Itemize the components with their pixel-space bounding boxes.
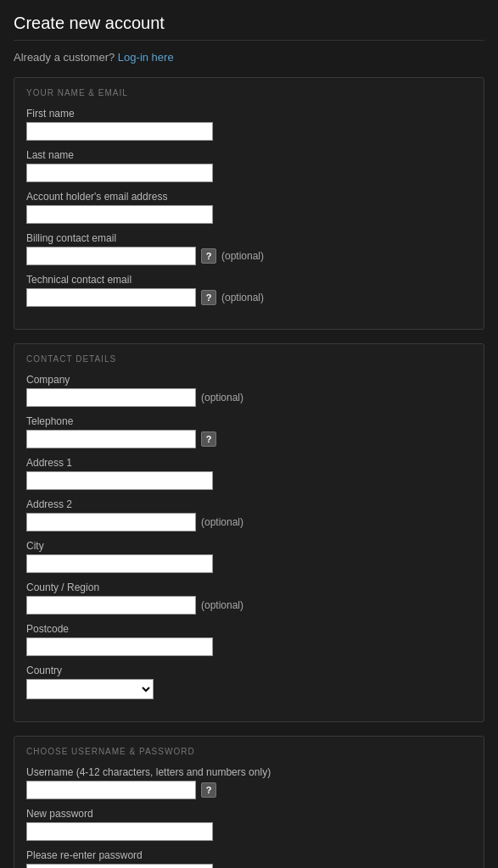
company-group: Company (optional) xyxy=(26,374,472,407)
username-group: Username (4-12 characters, letters and n… xyxy=(26,766,472,799)
contact-details-title: CONTACT DETAILS xyxy=(26,354,472,364)
username-label: Username (4-12 characters, letters and n… xyxy=(26,766,472,778)
country-label: Country xyxy=(26,665,472,676)
address2-input[interactable] xyxy=(26,513,196,531)
billing-email-group: Billing contact email ? (optional) xyxy=(26,232,472,265)
billing-email-input[interactable] xyxy=(26,247,196,265)
city-label: City xyxy=(26,540,472,552)
first-name-label: First name xyxy=(26,108,472,120)
credentials-title: CHOOSE USERNAME & PASSWORD xyxy=(26,747,472,756)
confirm-password-group: Please re-enter password xyxy=(26,849,472,868)
address2-optional: (optional) xyxy=(201,516,243,528)
technical-email-group: Technical contact email ? (optional) xyxy=(26,274,472,307)
billing-email-optional: (optional) xyxy=(221,250,264,262)
login-link[interactable]: Log-in here xyxy=(118,51,174,64)
company-label: Company xyxy=(26,374,472,386)
billing-email-label: Billing contact email xyxy=(26,232,472,244)
country-group: Country United Kingdom United States Can… xyxy=(26,665,472,699)
address1-label: Address 1 xyxy=(26,457,472,469)
technical-email-help-btn[interactable]: ? xyxy=(201,290,216,305)
company-input[interactable] xyxy=(26,388,196,407)
telephone-group: Telephone ? xyxy=(26,415,472,448)
telephone-label: Telephone xyxy=(26,415,472,427)
county-input[interactable] xyxy=(26,596,196,615)
first-name-group: First name xyxy=(26,108,472,141)
confirm-password-label: Please re-enter password xyxy=(26,849,472,861)
account-email-input[interactable] xyxy=(26,205,213,224)
name-email-section: YOUR NAME & EMAIL First name Last name A… xyxy=(14,77,484,330)
technical-email-input[interactable] xyxy=(26,288,196,307)
county-label: County / Region xyxy=(26,581,472,593)
postcode-label: Postcode xyxy=(26,623,472,635)
address2-label: Address 2 xyxy=(26,498,472,510)
last-name-label: Last name xyxy=(26,149,472,161)
postcode-group: Postcode xyxy=(26,623,472,656)
address2-group: Address 2 (optional) xyxy=(26,498,472,531)
subtitle-text: Already a customer? xyxy=(14,51,115,64)
username-row: ? xyxy=(26,781,472,799)
country-select[interactable]: United Kingdom United States Canada Aust… xyxy=(26,679,154,699)
telephone-help-btn[interactable]: ? xyxy=(201,431,216,447)
first-name-input[interactable] xyxy=(26,122,213,141)
postcode-input[interactable] xyxy=(26,637,213,656)
technical-email-label: Technical contact email xyxy=(26,274,472,286)
credentials-section: CHOOSE USERNAME & PASSWORD Username (4-1… xyxy=(14,736,484,868)
page-title: Create new account xyxy=(14,14,484,33)
technical-email-optional: (optional) xyxy=(221,292,264,303)
username-input[interactable] xyxy=(26,781,196,799)
confirm-password-input[interactable] xyxy=(26,864,213,868)
billing-email-row: ? (optional) xyxy=(26,247,472,265)
new-password-label: New password xyxy=(26,808,472,820)
address1-group: Address 1 xyxy=(26,457,472,490)
technical-email-row: ? (optional) xyxy=(26,288,472,307)
account-email-label: Account holder's email address xyxy=(26,191,472,203)
company-optional: (optional) xyxy=(201,392,243,403)
city-group: City xyxy=(26,540,472,573)
billing-email-help-btn[interactable]: ? xyxy=(201,248,216,264)
telephone-input[interactable] xyxy=(26,430,196,448)
county-optional: (optional) xyxy=(201,599,243,611)
last-name-group: Last name xyxy=(26,149,472,182)
address2-row: (optional) xyxy=(26,513,472,531)
contact-details-section: CONTACT DETAILS Company (optional) Telep… xyxy=(14,343,484,722)
county-row: (optional) xyxy=(26,596,472,615)
company-row: (optional) xyxy=(26,388,472,407)
account-email-group: Account holder's email address xyxy=(26,191,472,224)
new-password-group: New password xyxy=(26,808,472,841)
name-email-title: YOUR NAME & EMAIL xyxy=(26,88,472,97)
new-password-input[interactable] xyxy=(26,822,213,841)
address1-input[interactable] xyxy=(26,471,213,490)
login-prompt: Already a customer? Log-in here xyxy=(14,51,484,64)
username-help-btn[interactable]: ? xyxy=(201,782,216,798)
telephone-row: ? xyxy=(26,430,472,448)
city-input[interactable] xyxy=(26,554,213,573)
county-group: County / Region (optional) xyxy=(26,581,472,615)
last-name-input[interactable] xyxy=(26,164,213,182)
